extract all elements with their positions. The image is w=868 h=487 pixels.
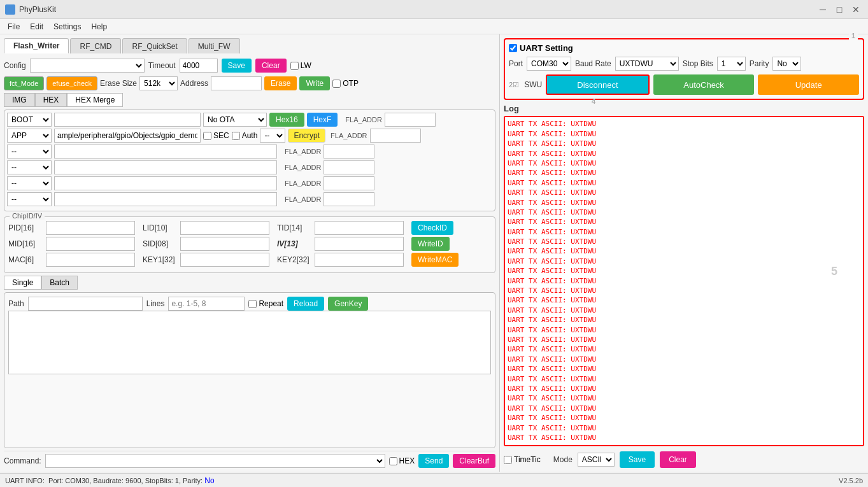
writemac-button[interactable]: WriteMAC	[411, 253, 459, 267]
tab-flash-writer[interactable]: Flash_Writer	[4, 38, 69, 53]
command-select[interactable]	[45, 454, 385, 468]
timetic-checkbox[interactable]	[504, 456, 512, 464]
app-icon	[5, 4, 15, 15]
baud-rate-select[interactable]: UXTDWU	[615, 57, 679, 71]
sec-checkbox[interactable]	[203, 132, 211, 140]
reload-button[interactable]: Reload	[287, 297, 324, 311]
disconnect-button[interactable]: Disconnect	[546, 74, 650, 95]
erase-size-select[interactable]: 512k	[139, 76, 178, 90]
tab-batch[interactable]: Batch	[41, 276, 78, 290]
clear-log-button[interactable]: Clear	[660, 451, 696, 468]
tab-single[interactable]: Single	[4, 276, 41, 290]
menu-help[interactable]: Help	[86, 21, 112, 32]
pid-input[interactable]	[46, 221, 135, 235]
tab-rf-cmd[interactable]: RF_CMD	[70, 38, 121, 53]
lw-checkbox[interactable]	[290, 62, 299, 70]
file-select-5[interactable]: --	[7, 192, 52, 206]
parity-select[interactable]: No	[772, 57, 801, 71]
write-button[interactable]: Write	[299, 76, 330, 90]
config-select[interactable]	[30, 59, 145, 73]
repeat-checkbox[interactable]	[248, 300, 257, 308]
otp-checkbox-label[interactable]: OTP	[332, 79, 359, 88]
file-select-3[interactable]: --	[7, 160, 52, 174]
mid-input[interactable]	[46, 237, 135, 251]
no-ota-select[interactable]: No OTA	[203, 113, 267, 127]
save-log-button[interactable]: Save	[620, 451, 655, 468]
fla-addr-input-3[interactable]	[324, 160, 374, 174]
genkey-button[interactable]: GenKey	[328, 297, 368, 311]
address-input[interactable]	[211, 76, 262, 90]
badge-4: 4	[592, 97, 595, 105]
fla-addr-input-1[interactable]	[370, 129, 421, 143]
menu-edit[interactable]: Edit	[25, 21, 48, 32]
file-input-5[interactable]	[54, 192, 277, 206]
tab-img[interactable]: IMG	[4, 93, 35, 107]
fla-addr-label-5: FLA_ADDR	[285, 195, 321, 203]
app-dash-select[interactable]: --	[260, 129, 285, 143]
hexf-button[interactable]: HexF	[307, 113, 338, 127]
menu-settings[interactable]: Settings	[48, 21, 86, 32]
file-input-2[interactable]	[54, 145, 277, 159]
clear-button[interactable]: Clear	[255, 59, 287, 73]
uart-enable-checkbox[interactable]	[509, 44, 517, 52]
file-select-app[interactable]: APP	[7, 129, 52, 143]
fct-mode-button[interactable]: fct_Mode	[4, 76, 44, 90]
tab-hex[interactable]: HEX	[35, 93, 68, 107]
file-input-boot[interactable]	[54, 113, 201, 127]
erase-button[interactable]: Erase	[264, 76, 297, 90]
autocheck-button[interactable]: AutoCheck	[653, 74, 755, 95]
chipid-row-1: PID[16] LID[10] TID[14] CheckID	[8, 221, 491, 235]
fla-addr-input-0[interactable]	[385, 113, 436, 127]
send-button[interactable]: Send	[418, 454, 449, 468]
efuse-check-button[interactable]: efuse_check	[46, 76, 97, 90]
batch-textarea[interactable]	[8, 311, 491, 374]
mac-input[interactable]	[46, 253, 135, 267]
checkid-button[interactable]: CheckID	[411, 221, 453, 235]
tab-multi-fw[interactable]: Multi_FW	[189, 38, 240, 53]
repeat-checkbox-label[interactable]: Repeat	[248, 299, 283, 308]
port-select[interactable]: COM30	[527, 57, 571, 71]
key1-input[interactable]	[180, 253, 269, 267]
sec-checkbox-label[interactable]: SEC	[203, 131, 229, 140]
save-button[interactable]: Save	[222, 59, 252, 73]
sid-label: SID[08]	[143, 239, 178, 248]
sid-input[interactable]	[180, 237, 269, 251]
menu-file[interactable]: File	[3, 21, 25, 32]
tab-hex-merge[interactable]: HEX Merge	[67, 93, 123, 107]
close-button[interactable]: ✕	[849, 3, 863, 17]
file-input-3[interactable]	[54, 160, 277, 174]
lines-input[interactable]	[168, 297, 245, 311]
auth-checkbox[interactable]	[232, 132, 240, 140]
iv-input[interactable]	[315, 237, 404, 251]
lw-checkbox-label[interactable]: LW	[290, 61, 311, 70]
file-select-2[interactable]: --	[7, 145, 52, 159]
hex-checkbox-label[interactable]: HEX	[389, 456, 415, 465]
fla-addr-input-2[interactable]	[324, 145, 374, 159]
mode-select[interactable]: ASCII HEX	[578, 453, 615, 467]
fla-addr-input-4[interactable]	[324, 176, 374, 190]
file-select-boot[interactable]: BOOT	[7, 113, 52, 127]
lid-input[interactable]	[180, 221, 269, 235]
timetic-checkbox-label[interactable]: TimeTic	[504, 455, 541, 464]
file-select-4[interactable]: --	[7, 176, 52, 190]
timeout-input[interactable]	[180, 59, 218, 73]
status-no: No	[204, 476, 214, 485]
file-input-app[interactable]	[54, 129, 201, 143]
hex16-button[interactable]: Hex16	[269, 113, 304, 127]
minimize-button[interactable]: ─	[816, 3, 830, 17]
clearbuf-button[interactable]: ClearBuf	[453, 454, 495, 468]
path-input[interactable]	[28, 297, 143, 311]
update-button[interactable]: Update	[758, 74, 859, 95]
stop-bits-select[interactable]: 1	[717, 57, 746, 71]
maximize-button[interactable]: □	[832, 3, 846, 17]
auth-checkbox-label[interactable]: Auth	[232, 131, 258, 140]
file-input-4[interactable]	[54, 176, 277, 190]
otp-checkbox[interactable]	[332, 80, 341, 88]
key2-input[interactable]	[315, 253, 404, 267]
tid-input[interactable]	[315, 221, 404, 235]
encrypt-button[interactable]: Encrypt	[288, 129, 325, 143]
fla-addr-input-5[interactable]	[324, 192, 374, 206]
hex-checkbox[interactable]	[389, 457, 397, 465]
tab-rf-quickset[interactable]: RF_QuickSet	[122, 38, 187, 53]
writeid-button[interactable]: WriteID	[411, 237, 450, 251]
